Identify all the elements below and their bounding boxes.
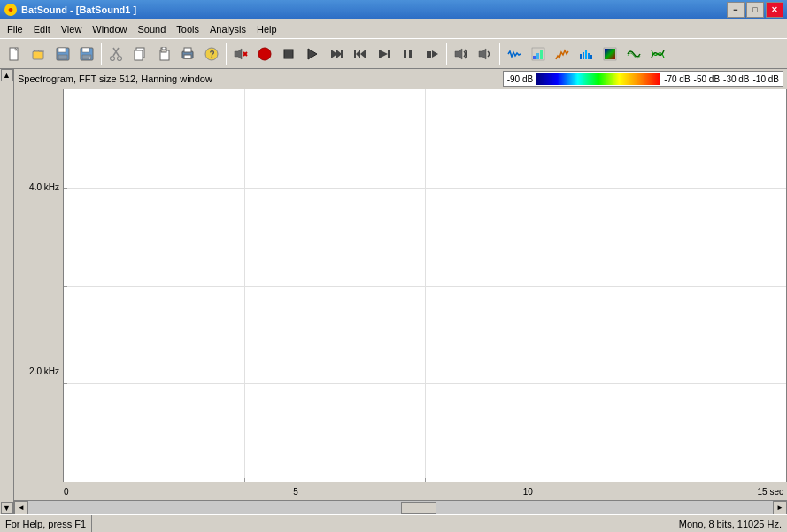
menu-edit[interactable]: Edit [28, 22, 56, 36]
svg-rect-41 [409, 50, 412, 58]
copy-button[interactable] [128, 42, 151, 66]
scroll-track-h[interactable] [28, 501, 773, 515]
minimize-button[interactable]: − [727, 2, 745, 18]
svg-rect-53 [585, 50, 587, 59]
play-button[interactable] [301, 42, 324, 66]
svg-rect-57 [605, 49, 615, 59]
spectrogram-display[interactable] [63, 89, 787, 482]
help-button[interactable]: ? [200, 42, 223, 66]
color-scale: -90 dB -70 dB -50 dB -30 dB -10 dB [503, 71, 783, 87]
h-scrollbar: ◄ ► [14, 500, 787, 514]
title-bar-left: BatSound - [BatSound1 ] [4, 3, 136, 17]
tick-bottom-3 [606, 478, 606, 482]
close-button[interactable]: ✕ [766, 2, 783, 18]
tick-bottom-1 [244, 478, 245, 482]
open-button[interactable] [27, 42, 50, 66]
color-scale-label-3: -50 dB [694, 74, 720, 84]
toolbar-sep-1 [101, 43, 102, 65]
new-button[interactable] [4, 42, 27, 66]
scroll-left-button[interactable]: ◄ [14, 501, 28, 515]
svg-rect-34 [341, 50, 343, 58]
svg-point-29 [258, 48, 271, 60]
menu-file[interactable]: File [2, 22, 28, 36]
spectrogram-button[interactable] [527, 42, 550, 66]
chart-wrapper: 4.0 kHz 2.0 kHz [14, 89, 787, 482]
main-area: ▲ ▼ Spectrogram, FFT size 512, Hanning w… [0, 69, 787, 514]
chart-container: Spectrogram, FFT size 512, Hanning windo… [14, 69, 787, 514]
svg-rect-4 [33, 51, 43, 59]
y-axis: 4.0 kHz 2.0 kHz [14, 89, 63, 482]
menu-bar: File Edit View Window Sound Tools Analys… [0, 19, 787, 39]
scroll-thumb-h[interactable] [401, 502, 436, 514]
x-label-15: 15 sec [758, 487, 783, 497]
print-button[interactable] [176, 42, 199, 66]
status-help-text: For Help, press F1 [5, 519, 86, 529]
mute-button[interactable] [229, 42, 252, 66]
pause-button[interactable] [397, 42, 420, 66]
menu-analysis[interactable]: Analysis [204, 22, 251, 36]
svg-marker-38 [379, 50, 388, 58]
play-back-button[interactable] [349, 42, 372, 66]
svg-marker-37 [356, 50, 360, 58]
svg-rect-49 [536, 53, 539, 59]
autocorr-button[interactable] [622, 42, 645, 66]
spectrogram2-button[interactable] [598, 42, 621, 66]
stop-play-button[interactable] [421, 42, 444, 66]
cut-button[interactable] [104, 42, 127, 66]
svg-rect-52 [583, 52, 584, 59]
record-button[interactable] [253, 42, 276, 66]
waveform-button[interactable] [503, 42, 526, 66]
x-label-10: 10 [523, 487, 533, 497]
play-end-button[interactable] [373, 42, 396, 66]
save-button[interactable] [51, 42, 74, 66]
spectrum-button[interactable] [551, 42, 574, 66]
svg-point-1 [9, 8, 12, 12]
paste-button[interactable] [152, 42, 175, 66]
svg-rect-23 [184, 55, 191, 58]
svg-rect-51 [580, 54, 582, 59]
saveas-button[interactable]: + [75, 42, 98, 66]
scroll-right-button[interactable]: ► [773, 501, 787, 515]
grid-v-3 [606, 89, 606, 482]
svg-point-14 [111, 56, 115, 60]
scroll-down-button[interactable]: ▼ [1, 502, 13, 514]
svg-marker-36 [360, 50, 366, 58]
menu-tools[interactable]: Tools [171, 22, 204, 36]
svg-point-15 [118, 56, 122, 60]
color-scale-label-4: -30 dB [723, 74, 749, 84]
tick-left-1 [64, 188, 67, 189]
status-info: Mono, 8 bits, 11025 Hz. [674, 515, 787, 532]
menu-view[interactable]: View [56, 22, 88, 36]
x-label-0: 0 [64, 487, 69, 497]
svg-marker-31 [308, 49, 317, 59]
svg-rect-54 [588, 53, 590, 59]
svg-rect-9 [82, 48, 89, 52]
menu-sound[interactable]: Sound [132, 22, 171, 36]
svg-rect-48 [533, 56, 536, 59]
play-next-button[interactable] [325, 42, 348, 66]
svg-marker-43 [432, 50, 438, 58]
stop-button[interactable] [277, 42, 300, 66]
color-gradient [536, 73, 660, 85]
menu-window[interactable]: Window [87, 22, 132, 36]
svg-rect-17 [135, 50, 143, 60]
svg-rect-55 [590, 55, 592, 59]
svg-rect-50 [540, 50, 543, 59]
x-axis: 0 5 10 15 sec [14, 482, 787, 500]
svg-marker-46 [479, 49, 486, 59]
menu-help[interactable]: Help [251, 22, 282, 36]
svg-rect-6 [58, 48, 66, 52]
status-help: For Help, press F1 [0, 515, 92, 532]
toolbar: + ? [0, 39, 787, 69]
svg-rect-40 [404, 50, 406, 58]
audio-out-button[interactable] [474, 42, 497, 66]
scroll-up-button[interactable]: ▲ [1, 69, 13, 81]
toolbar-sep-4 [499, 43, 500, 65]
maximize-button[interactable]: □ [746, 2, 764, 18]
color-scale-label-1: -90 dB [507, 74, 533, 84]
left-scrollbar[interactable]: ▲ ▼ [0, 69, 14, 514]
audio-in-button[interactable] [450, 42, 473, 66]
color-scale-label-2: -70 dB [664, 74, 690, 84]
crosscorr-button[interactable] [646, 42, 669, 66]
power-button[interactable] [575, 42, 598, 66]
